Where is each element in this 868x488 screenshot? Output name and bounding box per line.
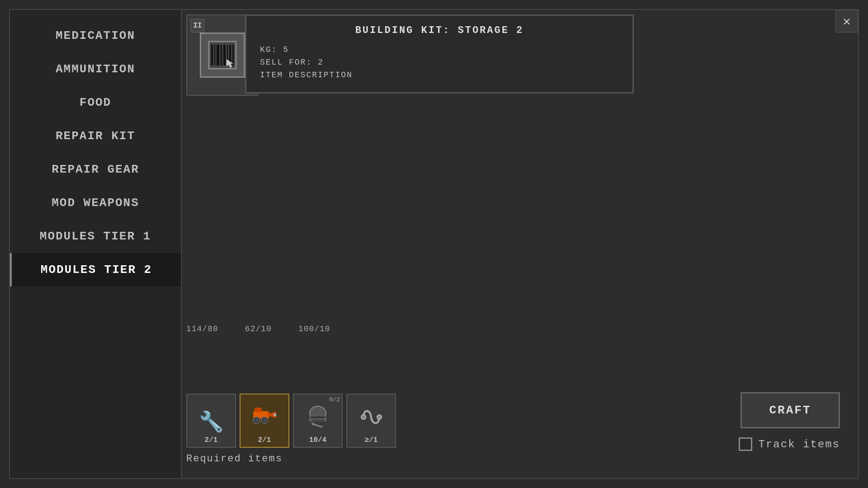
storage-icon bbox=[207, 39, 238, 71]
helmet-count-top: 0/2 bbox=[330, 396, 340, 403]
svg-point-26 bbox=[377, 415, 382, 419]
wire-icon bbox=[359, 404, 384, 434]
svg-rect-1 bbox=[211, 45, 213, 66]
wire-count: ≥/1 bbox=[365, 436, 378, 444]
stats-row: 114/80 62/10 100/10 bbox=[186, 324, 330, 333]
svg-point-25 bbox=[361, 415, 366, 419]
svg-rect-18 bbox=[274, 413, 276, 416]
sidebar: Medication Ammunition Food Repair kit Re… bbox=[10, 10, 182, 478]
svg-rect-21 bbox=[311, 420, 324, 422]
svg-point-24 bbox=[311, 422, 314, 425]
helmet-count-bottom: 10/4 bbox=[309, 436, 326, 444]
ingredient-helmet: 0/2 bbox=[293, 394, 343, 448]
track-items-label: Track items bbox=[759, 438, 840, 450]
track-row: Track items bbox=[739, 437, 840, 451]
info-kg: KG: 5 bbox=[260, 45, 619, 54]
close-icon: ✕ bbox=[843, 14, 851, 29]
wrench-count: 2/1 bbox=[205, 436, 218, 444]
info-panel-title: BUILDING KIT: STORAGE 2 bbox=[260, 25, 619, 36]
drill-svg bbox=[251, 401, 278, 428]
ingredient-wire: ≥/1 bbox=[346, 394, 396, 448]
sidebar-item-mod-weapons[interactable]: Mod weapons bbox=[10, 186, 181, 220]
helmet-svg bbox=[304, 402, 331, 429]
capacity2-stat: 100/10 bbox=[298, 324, 330, 333]
track-items-checkbox[interactable] bbox=[739, 437, 752, 451]
drill-count: 2/1 bbox=[258, 436, 271, 444]
ingredient-drill: 2/1 bbox=[240, 394, 289, 448]
item-icon-box[interactable] bbox=[200, 33, 245, 78]
ingredient-wrench: 🔧 2/1 bbox=[186, 394, 236, 448]
sidebar-item-repair-kit[interactable]: Repair kit bbox=[10, 119, 181, 153]
sidebar-item-repair-gear[interactable]: Repair gear bbox=[10, 153, 181, 186]
item-tier-badge: II bbox=[191, 19, 204, 33]
svg-rect-17 bbox=[255, 408, 262, 412]
svg-rect-3 bbox=[217, 45, 219, 66]
svg-rect-5 bbox=[223, 45, 226, 66]
required-items-section: 🔧 2/1 bbox=[186, 394, 435, 465]
sidebar-item-modules-tier-1[interactable]: Modules Tier 1 bbox=[10, 220, 181, 253]
info-description: ITEM DESCRIPTION bbox=[260, 70, 619, 80]
sidebar-item-food[interactable]: Food bbox=[10, 86, 181, 119]
weight-stat: 114/80 bbox=[186, 324, 218, 333]
helmet-icon bbox=[304, 402, 331, 434]
info-sell: SELL FOR: 2 bbox=[260, 58, 619, 67]
content-area: II bbox=[182, 10, 858, 478]
sidebar-item-medication[interactable]: Medication bbox=[10, 19, 181, 52]
svg-line-23 bbox=[313, 424, 322, 427]
capacity1-stat: 62/10 bbox=[245, 324, 272, 333]
svg-point-14 bbox=[255, 419, 258, 422]
svg-rect-8 bbox=[232, 45, 234, 66]
svg-rect-4 bbox=[221, 45, 222, 66]
close-button[interactable]: ✕ bbox=[835, 10, 858, 33]
main-window: ✕ Medication Ammunition Food Repair kit … bbox=[9, 9, 859, 479]
wrench-icon: 🔧 bbox=[199, 410, 224, 434]
svg-rect-22 bbox=[311, 416, 325, 418]
svg-rect-2 bbox=[214, 45, 215, 66]
info-panel: BUILDING KIT: STORAGE 2 KG: 5 SELL FOR: … bbox=[245, 14, 634, 94]
craft-button[interactable]: Craft bbox=[741, 392, 840, 428]
required-label: Required items bbox=[186, 453, 435, 465]
sidebar-item-ammunition[interactable]: Ammunition bbox=[10, 52, 181, 86]
actions-area: Craft Track items bbox=[739, 392, 840, 451]
ingredients-grid: 🔧 2/1 bbox=[186, 394, 435, 448]
drill-icon bbox=[251, 401, 278, 434]
svg-point-16 bbox=[263, 419, 266, 422]
sidebar-item-modules-tier-2[interactable]: Modules Tier 2 bbox=[10, 253, 181, 286]
wire-svg bbox=[359, 404, 384, 429]
